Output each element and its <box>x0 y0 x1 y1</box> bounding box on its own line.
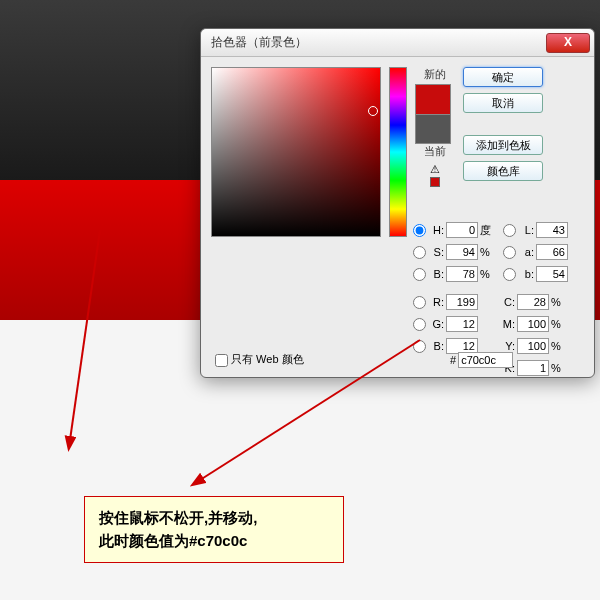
input-a[interactable] <box>536 244 568 260</box>
radio-s[interactable] <box>413 246 426 259</box>
input-r[interactable] <box>446 294 478 310</box>
annotation-note: 按住鼠标不松开,并移动, 此时颜色值为#c70c0c <box>84 496 344 563</box>
dialog-title: 拾色器（前景色） <box>211 34 546 51</box>
color-field-wrap <box>211 67 381 237</box>
radio-h[interactable] <box>413 224 426 237</box>
cancel-button[interactable]: 取消 <box>463 93 543 113</box>
picker-cursor-icon <box>368 106 378 116</box>
gamut-swatch[interactable] <box>430 177 440 187</box>
label-m: M: <box>501 318 515 330</box>
unit-s: % <box>480 246 494 258</box>
label-y: Y: <box>501 340 515 352</box>
label-labb: b: <box>520 268 534 280</box>
swatch-new-label: 新的 <box>415 67 455 82</box>
hex-input[interactable] <box>458 352 513 368</box>
button-column: 确定 取消 添加到色板 颜色库 <box>463 67 543 237</box>
swatch-current-label: 当前 <box>415 144 455 159</box>
label-l: L: <box>520 224 534 236</box>
close-button[interactable]: X <box>546 33 590 53</box>
radio-g[interactable] <box>413 318 426 331</box>
hash-label: # <box>450 354 456 366</box>
label-s: S: <box>430 246 444 258</box>
hue-slider[interactable] <box>389 67 407 237</box>
label-c: C: <box>501 296 515 308</box>
color-field[interactable] <box>211 67 381 237</box>
color-libraries-button[interactable]: 颜色库 <box>463 161 543 181</box>
note-line-1: 按住鼠标不松开,并移动, <box>99 507 329 530</box>
web-only-label[interactable]: 只有 Web 颜色 <box>215 352 304 367</box>
label-g: G: <box>430 318 444 330</box>
label-b: B: <box>430 268 444 280</box>
unit-h: 度 <box>480 223 494 238</box>
input-s[interactable] <box>446 244 478 260</box>
radio-b[interactable] <box>413 268 426 281</box>
radio-l[interactable] <box>503 224 516 237</box>
input-l[interactable] <box>536 222 568 238</box>
bottom-row: 只有 Web 颜色 # <box>215 352 585 367</box>
gamut-warning-icon[interactable]: ⚠ <box>415 163 455 176</box>
swatch-current[interactable] <box>415 114 451 144</box>
ok-button[interactable]: 确定 <box>463 67 543 87</box>
note-line-2: 此时颜色值为#c70c0c <box>99 530 329 553</box>
swatch-column: 新的 当前 ⚠ <box>415 67 455 237</box>
label-r: R: <box>430 296 444 308</box>
input-h[interactable] <box>446 222 478 238</box>
label-h: H: <box>430 224 444 236</box>
web-only-checkbox[interactable] <box>215 354 228 367</box>
radio-a[interactable] <box>503 246 516 259</box>
input-b[interactable] <box>446 266 478 282</box>
titlebar[interactable]: 拾色器（前景色） X <box>201 29 594 57</box>
label-rgbb: B: <box>430 340 444 352</box>
label-a: a: <box>520 246 534 258</box>
unit-b: % <box>480 268 494 280</box>
input-c[interactable] <box>517 294 549 310</box>
radio-rgbb[interactable] <box>413 340 426 353</box>
input-g[interactable] <box>446 316 478 332</box>
input-labb[interactable] <box>536 266 568 282</box>
color-picker-dialog: 拾色器（前景色） X 新的 当前 ⚠ 确定 取消 添加到色板 颜色库 H:度 S… <box>200 28 595 378</box>
radio-r[interactable] <box>413 296 426 309</box>
add-to-swatches-button[interactable]: 添加到色板 <box>463 135 543 155</box>
swatch-new[interactable] <box>415 84 451 114</box>
radio-labb[interactable] <box>503 268 516 281</box>
input-m[interactable] <box>517 316 549 332</box>
